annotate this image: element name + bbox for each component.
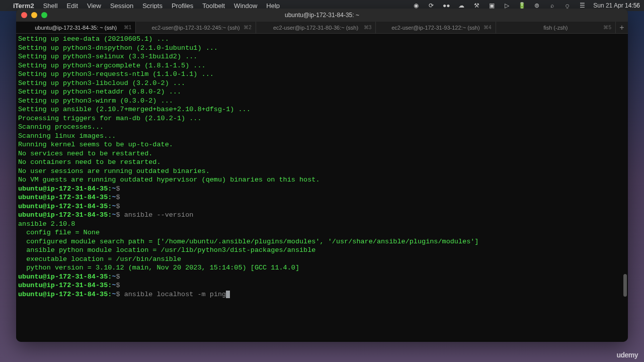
terminal-line: ubuntu@ip-172-31-84-35:~$ bbox=[18, 193, 626, 202]
terminal-line: Setting up python3-dnspython (2.1.0-1ubu… bbox=[18, 44, 626, 53]
new-tab-button[interactable]: + bbox=[616, 22, 628, 33]
tab-label: ubuntu@ip-172-31-84-35: ~ (ssh) bbox=[35, 25, 117, 31]
terminal-line: Scanning processes... bbox=[18, 123, 626, 132]
terminal-line: ubuntu@ip-172-31-84-35:~$ bbox=[18, 202, 626, 211]
terminal-line: Scanning linux images... bbox=[18, 132, 626, 141]
terminal-line: ansible 2.10.8 bbox=[18, 220, 626, 229]
minimize-button[interactable] bbox=[31, 12, 37, 18]
tab-shortcut: ⌘3 bbox=[364, 25, 372, 30]
tab-4[interactable]: ec2-user@ip-172-31-93-122:~ (ssh) ⌘4 bbox=[376, 22, 496, 33]
scrollbar[interactable] bbox=[623, 274, 627, 297]
terminal-line: Setting up python3-winrm (0.3.0-2) ... bbox=[18, 97, 626, 106]
terminal-line: ubuntu@ip-172-31-84-35:~$ bbox=[18, 273, 626, 282]
tab-label: fish (-zsh) bbox=[543, 25, 568, 31]
window-titlebar[interactable]: ubuntu@ip-172-31-84-35: ~ bbox=[16, 9, 628, 22]
terminal-line: No user sessions are running outdated bi… bbox=[18, 167, 626, 176]
terminal-line: Setting up python3-argcomplete (1.8.1-1.… bbox=[18, 61, 626, 70]
tab-shortcut: ⌘1 bbox=[124, 25, 132, 30]
tab-label: ec2-user@ip-172-31-80-36:~ (ssh) bbox=[273, 25, 358, 31]
terminal-line: Setting up ieee-data (20210605.1) ... bbox=[18, 35, 626, 44]
terminal-line: No VM guests are running outdated hyperv… bbox=[18, 175, 626, 185]
tab-1[interactable]: ubuntu@ip-172-31-84-35: ~ (ssh) ⌘1 bbox=[16, 22, 136, 33]
terminal-line: No containers need to be restarted. bbox=[18, 158, 626, 167]
tab-bar: ubuntu@ip-172-31-84-35: ~ (ssh) ⌘1 ec2-u… bbox=[16, 22, 628, 34]
terminal-line: configured module search path = ['/home/… bbox=[18, 237, 626, 246]
tab-shortcut: ⌘4 bbox=[484, 25, 492, 30]
terminal-line: ubuntu@ip-172-31-84-35:~$ bbox=[18, 281, 626, 290]
tab-shortcut: ⌘2 bbox=[244, 25, 252, 30]
maximize-button[interactable] bbox=[41, 12, 47, 18]
terminal-line: python version = 3.10.12 (main, Nov 20 2… bbox=[18, 263, 626, 273]
terminal-line: ubuntu@ip-172-31-84-35:~$ bbox=[18, 185, 626, 194]
terminal-window: ubuntu@ip-172-31-84-35: ~ ubuntu@ip-172-… bbox=[16, 9, 628, 342]
tab-2[interactable]: ec2-user@ip-172-31-92-245:~ (ssh) ⌘2 bbox=[136, 22, 256, 33]
terminal-line: config file = None bbox=[18, 228, 626, 237]
watermark: udemy bbox=[616, 351, 638, 359]
terminal-line: Setting up python3-netaddr (0.8.0-2) ... bbox=[18, 87, 626, 97]
terminal-line: ubuntu@ip-172-31-84-35:~$ ansible localh… bbox=[18, 290, 626, 299]
terminal-content[interactable]: Setting up ieee-data (20210605.1) ...Set… bbox=[16, 34, 628, 342]
tab-label: ec2-user@ip-172-31-92-245:~ (ssh) bbox=[151, 25, 239, 31]
terminal-line: ansible python module location = /usr/li… bbox=[18, 246, 626, 255]
close-button[interactable] bbox=[21, 12, 27, 18]
terminal-line: Running kernel seems to be up-to-date. bbox=[18, 140, 626, 149]
terminal-line: Processing triggers for man-db (2.10.2-1… bbox=[18, 114, 626, 123]
terminal-line: Setting up python3-selinux (3.3-1build2)… bbox=[18, 52, 626, 61]
window-title: ubuntu@ip-172-31-84-35: ~ bbox=[285, 12, 359, 19]
tab-shortcut: ⌘5 bbox=[603, 25, 611, 30]
tab-5[interactable]: fish (-zsh) ⌘5 bbox=[496, 22, 616, 33]
tab-label: ec2-user@ip-172-31-93-122:~ (ssh) bbox=[391, 25, 479, 31]
terminal-line: No services need to be restarted. bbox=[18, 149, 626, 158]
menubar-clock[interactable]: Sun 21 Apr 14:56 bbox=[593, 2, 640, 9]
terminal-line: Setting up python3-requests-ntlm (1.1.0-… bbox=[18, 70, 626, 79]
terminal-line: Setting up python3-libcloud (3.2.0-2) ..… bbox=[18, 79, 626, 88]
terminal-line: Setting up ansible (2.10.7+merged+base+2… bbox=[18, 105, 626, 114]
terminal-line: ubuntu@ip-172-31-84-35:~$ ansible --vers… bbox=[18, 211, 626, 220]
terminal-line: executable location = /usr/bin/ansible bbox=[18, 255, 626, 264]
traffic-lights bbox=[21, 12, 47, 18]
terminal-cursor bbox=[226, 291, 230, 298]
tab-3[interactable]: ec2-user@ip-172-31-80-36:~ (ssh) ⌘3 bbox=[256, 22, 376, 33]
